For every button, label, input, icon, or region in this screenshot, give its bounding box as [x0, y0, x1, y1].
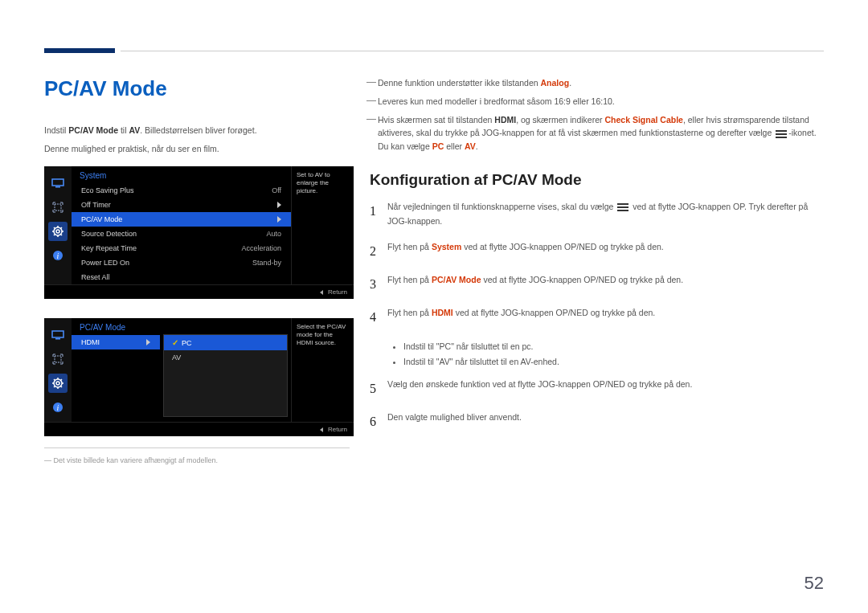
section-subhead: Konfiguration af PC/AV Mode: [370, 171, 824, 189]
intro-pre: Indstil: [44, 125, 68, 135]
step-text: Vælg den ønskede funktion ved at flytte …: [387, 378, 824, 399]
hdmi-label: HDMI: [432, 308, 453, 317]
osd-option: ✓PC: [164, 335, 287, 350]
note-text: Denne funktion understøtter ikke tilstan…: [378, 78, 541, 88]
intro-line2: Denne mulighed er praktisk, når du ser e…: [44, 142, 354, 157]
chevron-right-icon: [146, 339, 150, 345]
intro-b2: AV: [129, 125, 140, 135]
option-label: PC: [182, 339, 192, 347]
osd-row-label: Key Repeat Time: [81, 244, 137, 252]
note-text: .: [476, 141, 478, 151]
check-icon: ✓: [172, 338, 178, 347]
step-text: ved at flytte JOG-knappen OP/NED og tryk…: [481, 275, 684, 284]
osd-title: PC/AV Mode: [72, 318, 160, 335]
note-1: Denne funktion understøtter ikke tilstan…: [370, 76, 824, 90]
sub-bullets: Indstil til "PC" når tilsluttet til en p…: [403, 339, 824, 370]
intro-mid: til: [118, 125, 129, 135]
info-icon: i: [48, 246, 68, 265]
osd-screenshot-pcav: i PC/AV Mode HDMI ✓PCAV Select the PC/AV…: [44, 318, 354, 436]
pcav-label: PC/AV Mode: [432, 275, 481, 284]
osd-row: PC/AV Mode: [72, 212, 291, 227]
step-number: 6: [370, 411, 387, 432]
step-6: 6 Den valgte mulighed bliver anvendt.: [370, 411, 824, 432]
step-number: 3: [370, 273, 387, 295]
osd-row: Power LED OnStand-by: [72, 255, 291, 270]
monitor-icon: [48, 325, 68, 345]
svg-text:i: i: [57, 403, 59, 412]
osd-row-value: Auto: [266, 230, 281, 238]
osd-return-bar: Return: [44, 422, 354, 436]
note-3: Hvis skærmen sat til tilstanden HDMI, og…: [370, 113, 824, 153]
note-text: Hvis skærmen sat til tilstanden: [378, 115, 494, 125]
osd-row-label: PC/AV Mode: [81, 215, 122, 223]
gear-icon: [48, 374, 68, 393]
svg-rect-9: [55, 356, 61, 362]
svg-rect-1: [55, 186, 60, 188]
svg-point-11: [56, 382, 59, 385]
hdmi-label: HDMI: [494, 115, 516, 125]
step-text: ved at flytte JOG-knappen OP/NED og tryk…: [461, 242, 664, 251]
note-text: .: [569, 78, 571, 88]
svg-text:i: i: [57, 251, 59, 260]
osd-row: Key Repeat TimeAcceleration: [72, 241, 291, 255]
osd-row-label: Source Detection: [81, 230, 137, 238]
step-5: 5 Vælg den ønskede funktion ved at flytt…: [370, 378, 824, 399]
osd-row-value: Stand-by: [252, 259, 281, 267]
bullet-pc: Indstil til "PC" når tilsluttet til en p…: [403, 339, 824, 354]
step-text: Flyt hen på: [387, 275, 432, 284]
option-label: AV: [172, 353, 181, 362]
osd-row-label: Reset All: [81, 273, 110, 281]
page-title: PC/AV Mode: [44, 76, 354, 101]
osd-hint: Set to AV to enlarge the picture.: [291, 166, 354, 284]
osd-row: Eco Saving PlusOff: [72, 183, 291, 198]
osd-title: System: [72, 166, 291, 183]
osd-row-value: Acceleration: [241, 244, 281, 252]
osd-hint: Select the PC/AV mode for the HDMI sourc…: [291, 318, 354, 422]
menu-icon: [617, 203, 628, 211]
osd-sidebar: i: [44, 318, 72, 422]
resize-icon: [48, 198, 68, 217]
note-2: Leveres kun med modeller i bredformat så…: [370, 95, 824, 108]
osd-row-value: [277, 215, 281, 223]
step-text: ved at flytte JOG-knappen OP/NED og tryk…: [453, 308, 656, 317]
header-accent: [44, 48, 115, 53]
info-icon: i: [48, 398, 68, 417]
chevron-right-icon: [277, 202, 281, 208]
osd-menu: System Eco Saving PlusOffOff TimerPC/AV …: [72, 166, 291, 284]
osd-sidebar: i: [44, 166, 72, 284]
step-text: Flyt hen på: [387, 242, 432, 251]
svg-rect-2: [55, 204, 61, 210]
step-number: 1: [370, 200, 387, 229]
monitor-icon: [48, 174, 68, 193]
step-3: 3 Flyt hen på PC/AV Mode ved at flytte J…: [370, 273, 824, 295]
osd-row-label: Eco Saving Plus: [81, 186, 134, 194]
osd-row: Source DetectionAuto: [72, 227, 291, 241]
right-column: Denne funktion understøtter ikke tilstan…: [370, 76, 824, 443]
svg-rect-7: [52, 331, 63, 337]
note-text: , og skærmen indikerer: [516, 115, 604, 125]
osd-row: Off Timer: [72, 198, 291, 212]
intro-post: . Billedstørrelsen bliver forøget.: [140, 125, 256, 135]
page-number: 52: [805, 573, 824, 594]
intro-text: Indstil PC/AV Mode til AV. Billedstørrel…: [44, 124, 354, 157]
osd-screenshot-system: i System Eco Saving PlusOffOff TimerPC/A…: [44, 166, 354, 299]
check-signal-label: Check Signal Cable: [604, 115, 682, 125]
step-text: Når vejledningen til funktionsknapperne …: [387, 202, 616, 211]
bullet-av: Indstil til "AV" når tilsluttet til en A…: [403, 354, 824, 370]
osd-option: AV: [164, 350, 287, 365]
gear-icon: [48, 222, 68, 241]
step-4: 4 Flyt hen på HDMI ved at flytte JOG-kna…: [370, 306, 824, 328]
osd-row-value: [277, 201, 281, 209]
back-icon: [320, 427, 323, 432]
back-icon: [320, 290, 323, 295]
step-1: 1 Når vejledningen til funktionsknappern…: [370, 200, 824, 229]
return-label: Return: [328, 426, 347, 433]
chevron-right-icon: [277, 216, 281, 223]
osd-row-label: Power LED On: [81, 259, 129, 267]
svg-rect-8: [55, 338, 60, 340]
osd-menu: PC/AV Mode HDMI ✓PCAV: [72, 318, 291, 422]
return-label: Return: [328, 288, 347, 296]
svg-point-4: [56, 230, 59, 233]
step-number: 2: [370, 240, 387, 262]
step-number: 4: [370, 306, 387, 328]
